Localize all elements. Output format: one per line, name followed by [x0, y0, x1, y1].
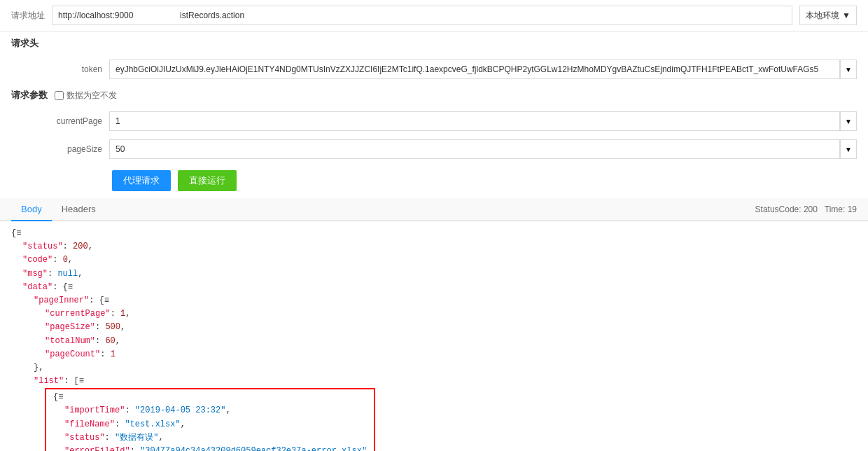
- response-body: {≡ "status": 200, "code": 0, "msg": null…: [0, 221, 868, 451]
- main-container: 请求地址 本地环境 ▼ 请求头 token ▼ 请求参数 数据为空不发 curr…: [0, 0, 868, 451]
- line-5: "pageInner": {≡: [11, 294, 857, 307]
- status-code: StatusCode: 200: [755, 204, 818, 214]
- page-size-input-wrap: ▼: [109, 139, 857, 159]
- token-input-wrap: ▼: [109, 60, 857, 79]
- token-input[interactable]: [109, 60, 840, 79]
- line-2: "code": 0,: [11, 254, 857, 267]
- direct-run-button[interactable]: 直接运行: [178, 170, 237, 191]
- token-label: token: [11, 64, 102, 74]
- hl-line-2: "fileName": "test.xlsx",: [53, 418, 367, 431]
- hl-line-0: {≡: [53, 391, 367, 404]
- url-label: 请求地址: [11, 10, 45, 22]
- line-7: "pageSize": 500,: [11, 321, 857, 334]
- page-size-input[interactable]: [109, 139, 840, 159]
- response-status: StatusCode: 200 Time: 19: [755, 204, 857, 214]
- page-size-expand-btn[interactable]: ▼: [840, 139, 857, 159]
- page-size-row: pageSize ▼: [0, 135, 868, 163]
- hl-line-4: "errorFileId": "30477a94c34a43209d6059ea…: [53, 445, 367, 451]
- line-10: },: [11, 361, 857, 375]
- highlighted-block: {≡ "importTime": "2019-04-05 23:32", "fi…: [45, 388, 375, 451]
- empty-label-text: 数据为空不发: [66, 90, 117, 102]
- response-time: Time: 19: [825, 204, 857, 214]
- current-page-expand-btn[interactable]: ▼: [840, 111, 857, 131]
- env-select[interactable]: 本地环境 ▼: [799, 6, 857, 25]
- hl-line-1: "importTime": "2019-04-05 23:32",: [53, 404, 367, 417]
- current-page-row: currentPage ▼: [0, 107, 868, 135]
- tab-headers[interactable]: Headers: [52, 198, 106, 221]
- line-4: "data": {≡: [11, 281, 857, 294]
- env-label: 本地环境: [806, 10, 839, 22]
- hl-line-3: "status": "数据有误",: [53, 431, 367, 445]
- page-size-label: pageSize: [11, 144, 102, 154]
- env-arrow-icon: ▼: [842, 11, 850, 20]
- url-row: 请求地址 本地环境 ▼: [0, 0, 868, 32]
- current-page-label: currentPage: [11, 116, 102, 126]
- request-headers-title: 请求头: [0, 32, 868, 55]
- line-1: "status": 200,: [11, 240, 857, 254]
- current-page-input[interactable]: [109, 111, 840, 131]
- line-8: "totalNum": 60,: [11, 335, 857, 348]
- request-params-header: 请求参数 数据为空不发: [0, 83, 868, 107]
- line-6: "currentPage": 1,: [11, 307, 857, 321]
- token-row: token ▼: [0, 55, 868, 83]
- line-9: "pageCount": 1: [11, 348, 857, 361]
- tab-body[interactable]: Body: [11, 198, 52, 221]
- actions-row: 代理请求 直接运行: [0, 163, 868, 198]
- current-page-input-wrap: ▼: [109, 111, 857, 131]
- line-11: "list": [≡: [11, 375, 857, 388]
- proxy-request-button[interactable]: 代理请求: [112, 170, 171, 191]
- token-expand-btn[interactable]: ▼: [840, 60, 857, 79]
- empty-checkbox[interactable]: [55, 91, 64, 100]
- empty-checkbox-label[interactable]: 数据为空不发: [55, 90, 117, 102]
- request-params-title: 请求参数: [11, 89, 48, 102]
- line-3: "msg": null,: [11, 268, 857, 281]
- env-select-wrap: 本地环境 ▼: [799, 6, 857, 25]
- url-input[interactable]: [52, 6, 792, 25]
- line-0: {≡: [11, 227, 857, 240]
- response-tabs: Body Headers StatusCode: 200 Time: 19: [0, 198, 868, 221]
